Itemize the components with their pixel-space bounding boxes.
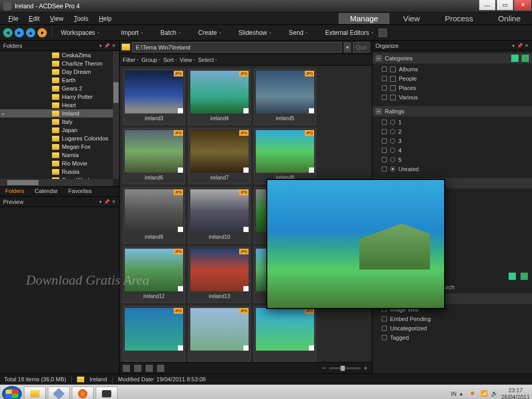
thumbnail-checkbox[interactable] (309, 168, 314, 173)
thumbnail-cell[interactable]: JPGireland5 (254, 69, 316, 125)
category-icon-2[interactable] (522, 55, 529, 62)
menu-edit[interactable]: Edit (24, 14, 44, 23)
thumbnail-cell[interactable]: JPG (188, 306, 251, 362)
menu-tools[interactable]: Tools (70, 14, 93, 23)
collapse-icon[interactable]: − (375, 55, 382, 61)
zoom-control[interactable]: − + (321, 365, 369, 371)
folder-row[interactable]: Earth (0, 76, 113, 84)
view-mode-icon-4[interactable] (157, 365, 164, 372)
rating-item[interactable]: 2 (382, 127, 532, 136)
view-mode-icon-1[interactable] (123, 365, 130, 372)
tray-volume-icon[interactable]: 🔊 (491, 390, 498, 397)
menu-help[interactable]: Help (95, 14, 116, 23)
category-item[interactable]: Various (382, 93, 532, 102)
radio[interactable] (390, 148, 395, 153)
mode-view[interactable]: View (392, 13, 431, 24)
tray-icon-1[interactable]: ✸ (470, 390, 477, 397)
folder-tree[interactable]: CeskaZimaCharlize TheronDay DreamEarthGe… (0, 51, 119, 186)
thumbnail-cell[interactable]: JPGireland9 (123, 187, 185, 243)
tb-extra-icon[interactable] (379, 29, 387, 37)
view-mode-icon-2[interactable] (134, 365, 141, 372)
zoom-slider[interactable] (329, 367, 360, 369)
folder-row[interactable]: Heart (0, 101, 113, 109)
thumbnail-cell[interactable]: JPGireland4 (188, 69, 251, 125)
organize-menu-icon[interactable]: ▾ (512, 43, 515, 48)
thumbnail-cell[interactable]: JPGireland8 (254, 128, 316, 184)
task-explorer[interactable] (24, 387, 46, 400)
folder-row[interactable]: Rio Movie (0, 159, 113, 168)
tray-clock[interactable]: 23:17 26/04/2011 (501, 387, 530, 399)
close-button[interactable]: ✕ (514, 0, 531, 10)
tray-lang[interactable]: IN (451, 391, 457, 397)
tb-batch[interactable]: Batch (157, 28, 184, 37)
category-item[interactable]: Albums (382, 65, 532, 74)
radio[interactable] (390, 166, 395, 172)
search-icon-2[interactable] (521, 273, 528, 280)
mode-online[interactable]: Online (487, 13, 532, 24)
tree-hscroll[interactable] (0, 179, 113, 186)
tb-workspaces[interactable]: Workspaces (58, 28, 102, 37)
rating-item[interactable]: 5 (382, 155, 532, 164)
panel-pin-icon[interactable]: 📌 (104, 43, 110, 48)
tray-network-icon[interactable]: 📶 (481, 390, 488, 397)
thumbnail-cell[interactable]: JPGireland10 (188, 187, 251, 243)
folder-row[interactable]: CeskaZima (0, 51, 113, 59)
thumbnail-checkbox[interactable] (309, 345, 314, 351)
folder-row[interactable]: Narnia (0, 151, 113, 159)
folder-row[interactable]: Lugares Coloridos (0, 134, 113, 143)
rating-item[interactable]: Unrated (382, 164, 532, 174)
folder-row[interactable]: Ireland (0, 109, 113, 118)
category-item[interactable]: Places (382, 83, 532, 93)
collapse-icon[interactable]: − (375, 108, 382, 114)
path-dropdown-icon[interactable]: ▾ (344, 42, 351, 53)
folder-row[interactable]: Russia (0, 168, 113, 176)
mode-process[interactable]: Process (433, 13, 484, 24)
preview-close-icon[interactable]: ✕ (112, 199, 116, 204)
preview-menu-icon[interactable]: ▾ (99, 199, 102, 204)
task-acdsee[interactable] (96, 387, 118, 400)
nav-up-icon[interactable]: ▲ (26, 28, 35, 37)
organize-close-icon[interactable]: ✕ (525, 43, 529, 48)
checkbox[interactable] (390, 67, 396, 72)
thumbnail-cell[interactable]: JPGireland6 (123, 128, 185, 184)
radio[interactable] (390, 129, 395, 134)
folder-row[interactable]: Italy (0, 118, 113, 126)
tb-send[interactable]: Send (286, 28, 310, 37)
thumbnail-checkbox[interactable] (178, 345, 183, 351)
panel-close-icon[interactable]: ✕ (112, 43, 116, 48)
thumbnail-checkbox[interactable] (243, 108, 249, 113)
ltab-folders[interactable]: Folders (0, 187, 30, 196)
nav-home-icon[interactable]: ● (37, 28, 47, 37)
maximize-button[interactable]: ▭ (497, 0, 513, 10)
minimize-button[interactable]: — (479, 0, 496, 10)
fb-select[interactable]: Select (198, 57, 217, 63)
fb-view[interactable]: View (180, 57, 195, 63)
thumbnail-checkbox[interactable] (178, 168, 183, 173)
mode-manage[interactable]: Manage (339, 13, 390, 24)
thumbnail-checkbox[interactable] (178, 286, 183, 291)
thumbnail-checkbox[interactable] (309, 108, 314, 113)
thumbnail-cell[interactable]: JPGireland13 (188, 247, 251, 303)
menu-file[interactable]: File (4, 14, 22, 23)
thumbnail-cell[interactable]: JPG (254, 306, 316, 362)
ltab-calendar[interactable]: Calendar (30, 187, 63, 196)
radio[interactable] (390, 157, 395, 162)
thumbnail-checkbox[interactable] (243, 168, 249, 173)
task-unknown-1[interactable] (48, 387, 70, 400)
thumbnail-checkbox[interactable] (243, 345, 249, 351)
special-item[interactable]: Embed Pending (382, 314, 532, 324)
fb-sort[interactable]: Sort (163, 57, 177, 63)
start-button[interactable] (2, 386, 22, 400)
quick-search-input[interactable] (353, 42, 370, 53)
ltab-favorites[interactable]: Favorites (63, 187, 97, 196)
folder-row[interactable]: Megan Fox (0, 143, 113, 151)
tb-create[interactable]: Create (195, 28, 224, 37)
category-item[interactable]: People (382, 74, 532, 83)
checkbox[interactable] (390, 76, 396, 82)
task-firefox[interactable] (72, 387, 94, 400)
rating-item[interactable]: 3 (382, 136, 532, 146)
panel-menu-icon[interactable]: ▾ (99, 43, 102, 48)
folder-row[interactable]: Day Dream (0, 68, 113, 76)
radio[interactable] (390, 120, 395, 125)
nav-forward-icon[interactable]: ► (15, 28, 24, 37)
